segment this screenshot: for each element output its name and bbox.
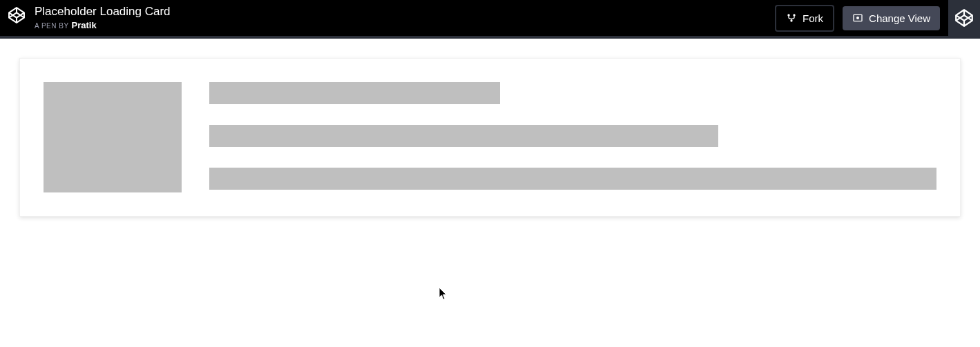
svg-point-0 xyxy=(787,14,789,16)
change-view-button-label: Change View xyxy=(869,12,930,24)
skeleton-line xyxy=(209,168,936,190)
mouse-cursor-icon xyxy=(439,288,448,300)
pen-author[interactable]: Pratik xyxy=(72,20,97,30)
loading-card xyxy=(19,58,961,217)
header-left: Placeholder Loading Card A Pen by Pratik xyxy=(7,6,171,30)
fork-button[interactable]: Fork xyxy=(775,5,834,32)
skeleton-lines xyxy=(209,82,936,192)
skeleton-line xyxy=(209,125,718,147)
change-view-icon xyxy=(852,12,863,23)
fork-icon xyxy=(786,12,797,23)
svg-point-4 xyxy=(857,17,859,19)
svg-point-2 xyxy=(790,19,792,21)
svg-point-1 xyxy=(793,14,795,16)
pen-info: Placeholder Loading Card A Pen by Pratik xyxy=(35,5,171,30)
change-view-button[interactable]: Change View xyxy=(843,6,940,30)
pen-by-label: A Pen by xyxy=(35,22,69,30)
result-pane xyxy=(0,39,980,236)
pen-byline: A Pen by Pratik xyxy=(35,20,171,30)
codepen-logo-icon[interactable] xyxy=(7,6,26,25)
fork-button-label: Fork xyxy=(803,12,823,24)
pen-title[interactable]: Placeholder Loading Card xyxy=(35,5,171,19)
user-avatar[interactable] xyxy=(948,0,980,37)
app-header: Placeholder Loading Card A Pen by Pratik… xyxy=(0,0,980,39)
skeleton-image-placeholder xyxy=(44,82,182,192)
header-right: Fork Change View xyxy=(775,0,980,36)
skeleton-line xyxy=(209,82,500,104)
